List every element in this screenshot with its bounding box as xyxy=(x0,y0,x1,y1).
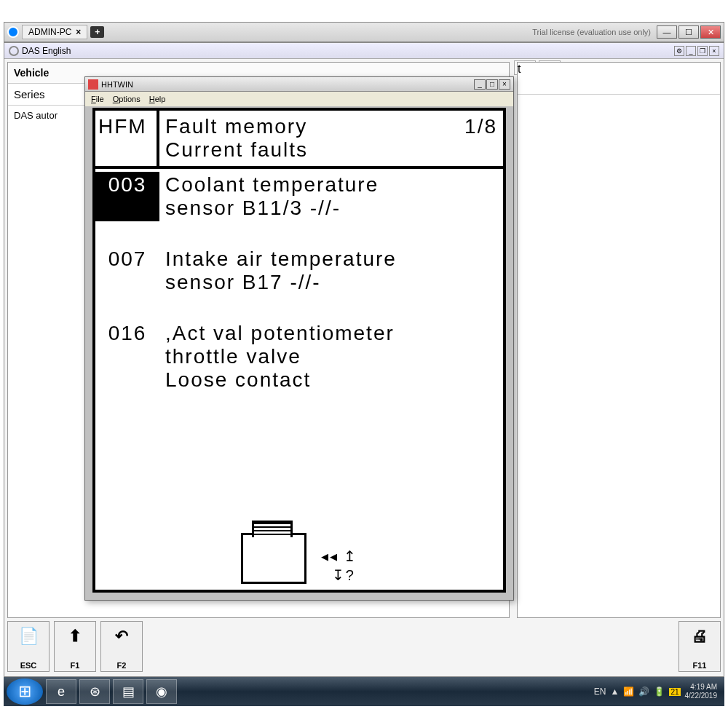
fault-code: 003 xyxy=(95,172,159,221)
printer-icon: 🖨 xyxy=(688,625,711,648)
hhtwin-title: HHTWIN xyxy=(101,80,133,89)
inner-close[interactable]: × xyxy=(709,46,719,56)
hfm-label: HFM xyxy=(95,111,159,166)
fault-code: 016 xyxy=(95,320,159,393)
teamviewer-titlebar: ADMIN-PC × + Trial license (evaluation u… xyxy=(4,22,724,42)
up-arrow-icon: ⬆ xyxy=(63,625,87,648)
hhtwin-window: HHTWIN _ □ × File Options Help HFM xyxy=(84,76,514,601)
taskbar-ie[interactable]: e xyxy=(46,679,76,704)
maximize-button[interactable]: ☐ xyxy=(678,25,699,39)
das-header: DAS English ⚙ _ ❐ × xyxy=(4,43,724,59)
rewind-icon[interactable]: ◂◂ ↥ xyxy=(321,547,358,565)
right-header: t xyxy=(518,63,720,76)
start-button[interactable]: ⊞ xyxy=(7,678,43,705)
hht-maximize[interactable]: □ xyxy=(486,79,498,90)
fault-text: Coolant temperature sensor B11/3 -//- xyxy=(159,172,503,221)
esc-button[interactable]: 📄 ESC xyxy=(7,621,50,672)
f2-label: F2 xyxy=(117,661,127,670)
right-input-row[interactable] xyxy=(518,76,720,95)
fault-list: 003Coolant temperature sensor B11/3 -//-… xyxy=(95,169,503,393)
right-panel: t xyxy=(517,62,721,618)
f1-button[interactable]: ⬆ F1 xyxy=(54,621,96,672)
current-faults-label: Current faults xyxy=(165,138,497,162)
tray-network-icon[interactable]: 📶 xyxy=(623,687,634,697)
fault-code: 007 xyxy=(95,246,159,296)
menu-options[interactable]: Options xyxy=(113,95,141,103)
app-title: DAS English xyxy=(22,46,71,56)
remote-tab[interactable]: ADMIN-PC × xyxy=(22,25,87,39)
menu-help[interactable]: Help xyxy=(149,95,166,103)
tab-label: ADMIN-PC xyxy=(28,27,71,37)
u-turn-icon: ↶ xyxy=(110,625,133,648)
hht-footer-icons: ◂◂ ↥ ↧? xyxy=(95,533,503,584)
fault-row[interactable]: 003Coolant temperature sensor B11/3 -//- xyxy=(95,172,503,221)
hht-close[interactable]: × xyxy=(499,79,510,90)
tab-close-icon[interactable]: × xyxy=(76,27,81,37)
tray-sound-icon[interactable]: 🔊 xyxy=(638,687,649,697)
inner-minimize[interactable]: _ xyxy=(686,46,696,56)
trial-license-text: Trial license (evaluation use only) xyxy=(532,28,651,36)
hht-lcd-screen: HFM Fault memory 1/8 Current faults 003C… xyxy=(92,108,506,593)
das-body: ▦ ⤢ Vehicle Series DAS autor t 📄 ESC ⬆ xyxy=(4,59,724,676)
f11-label: F11 xyxy=(693,661,707,670)
add-tab-button[interactable]: + xyxy=(90,26,104,38)
inner-restore[interactable]: ❐ xyxy=(697,46,708,56)
fault-row[interactable]: 007Intake air temperature sensor B17 -//… xyxy=(95,246,503,296)
window-buttons: — ☐ ✕ xyxy=(657,25,721,39)
esc-label: ESC xyxy=(20,661,37,670)
taskbar-app[interactable]: ▤ xyxy=(113,679,143,704)
close-button[interactable]: ✕ xyxy=(700,25,721,39)
exit-icon: 📄 xyxy=(17,625,40,648)
function-key-bar: 📄 ESC ⬆ F1 ↶ F2 🖨 F11 xyxy=(7,621,721,673)
f1-label: F1 xyxy=(71,661,80,670)
das-app-window: DAS English ⚙ _ ❐ × ▦ ⤢ Vehicle Series D… xyxy=(4,42,724,677)
page-indicator: 1/8 xyxy=(464,115,497,138)
clock-date: 4/22/2019 xyxy=(685,692,718,700)
minimize-button[interactable]: — xyxy=(657,25,677,39)
system-tray: EN ▲ 📶 🔊 🔋 21 4:19 AM 4/22/2019 xyxy=(594,683,721,700)
teamviewer-icon xyxy=(7,26,19,38)
fault-text: Intake air temperature sensor B17 -//- xyxy=(159,246,503,296)
gear-icon[interactable]: ⚙ xyxy=(674,46,684,56)
menu-file[interactable]: File xyxy=(91,95,104,103)
tray-flag-icon[interactable]: ▲ xyxy=(610,687,619,697)
nav-glyphs: ◂◂ ↥ ↧? xyxy=(321,547,358,584)
f2-button[interactable]: ↶ F2 xyxy=(100,621,143,672)
fault-text: ,Act val potentiometer throttle valve Lo… xyxy=(159,320,503,393)
clock-time: 4:19 AM xyxy=(685,683,718,692)
hhtwin-menubar: File Options Help xyxy=(85,92,513,106)
windows-taskbar: ⊞ e ⊛ ▤ ◉ EN ▲ 📶 🔊 🔋 21 4:19 AM 4/22/201… xyxy=(4,677,724,706)
hhtwin-icon xyxy=(88,79,98,90)
scroll-icon[interactable]: ↧? xyxy=(321,566,358,584)
tray-battery-icon[interactable]: 🔋 xyxy=(654,687,665,697)
printer-glyph-icon[interactable] xyxy=(241,533,306,584)
taskbar-clock[interactable]: 4:19 AM 4/22/2019 xyxy=(685,683,718,700)
fault-memory-label: Fault memory xyxy=(165,115,307,138)
tray-badge[interactable]: 21 xyxy=(669,688,680,696)
f11-button[interactable]: 🖨 F11 xyxy=(678,621,721,672)
hhtwin-titlebar[interactable]: HHTWIN _ □ × xyxy=(85,77,513,92)
hht-minimize[interactable]: _ xyxy=(474,79,486,90)
mercedes-icon xyxy=(9,46,19,56)
desktop: ADMIN-PC × + Trial license (evaluation u… xyxy=(4,22,724,706)
lang-indicator[interactable]: EN xyxy=(594,687,606,697)
taskbar-teamviewer[interactable]: ◉ xyxy=(146,679,177,704)
fault-row[interactable]: 016,Act val potentiometer throttle valve… xyxy=(95,320,503,393)
taskbar-das[interactable]: ⊛ xyxy=(79,679,110,704)
